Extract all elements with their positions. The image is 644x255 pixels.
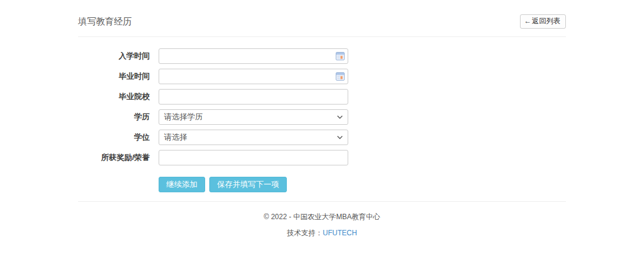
- form-row-degree: 学位 请选择: [78, 130, 566, 145]
- form-row-education-level: 学历 请选择学历: [78, 109, 566, 125]
- support-label: 技术支持：: [287, 229, 323, 237]
- graduation-time-label: 毕业时间: [78, 71, 150, 82]
- calendar-icon[interactable]: [336, 52, 345, 60]
- save-and-next-button[interactable]: 保存并填写下一项: [209, 177, 287, 192]
- graduation-school-input[interactable]: [159, 89, 348, 105]
- degree-select-value: 请选择: [164, 132, 187, 143]
- graduation-school-control: [159, 89, 348, 105]
- form-actions: 继续添加 保存并填写下一项: [159, 177, 566, 192]
- awards-input[interactable]: [159, 150, 348, 165]
- education-level-control: 请选择学历: [159, 109, 348, 125]
- copyright-text: © 2022 - 中国农业大学MBA教育中心: [78, 212, 566, 222]
- degree-control: 请选择: [159, 130, 348, 145]
- back-to-list-button[interactable]: ←返回列表: [520, 14, 566, 28]
- continue-add-button[interactable]: 继续添加: [159, 177, 205, 192]
- footer: © 2022 - 中国农业大学MBA教育中心 技术支持：UFUTECH: [78, 212, 566, 238]
- awards-label: 所获奖励/荣誉: [78, 152, 150, 163]
- left-arrow-icon: ←: [524, 17, 531, 25]
- graduation-time-input[interactable]: [159, 69, 348, 84]
- form-row-awards: 所获奖励/荣誉: [78, 150, 566, 165]
- enrollment-time-label: 入学时间: [78, 51, 150, 62]
- degree-select[interactable]: 请选择: [159, 130, 348, 145]
- form-row-enrollment-time: 入学时间: [78, 48, 566, 64]
- awards-control: [159, 150, 348, 165]
- page-container: 填写教育经历 ←返回列表 入学时间: [78, 0, 566, 255]
- footer-divider: [78, 201, 566, 202]
- education-level-select-value: 请选择学历: [164, 112, 203, 122]
- degree-label: 学位: [78, 132, 150, 143]
- calendar-icon[interactable]: [336, 72, 345, 81]
- chevron-down-icon: [337, 136, 343, 139]
- education-level-label: 学历: [78, 112, 150, 122]
- page-header: 填写教育经历 ←返回列表: [78, 14, 566, 29]
- graduation-time-control: [159, 69, 348, 84]
- form-row-graduation-school: 毕业院校: [78, 89, 566, 105]
- back-to-list-label: 返回列表: [532, 17, 561, 25]
- education-level-select[interactable]: 请选择学历: [159, 109, 348, 125]
- graduation-school-label: 毕业院校: [78, 91, 150, 102]
- support-line: 技术支持：UFUTECH: [78, 228, 566, 238]
- page-title: 填写教育经历: [78, 16, 132, 27]
- enrollment-time-control: [159, 48, 348, 64]
- support-link[interactable]: UFUTECH: [323, 229, 357, 237]
- enrollment-time-input[interactable]: [159, 48, 348, 64]
- education-form: 入学时间 毕业时间: [78, 48, 566, 192]
- chevron-down-icon: [337, 115, 343, 119]
- header-divider: [78, 36, 566, 37]
- form-row-graduation-time: 毕业时间: [78, 69, 566, 84]
